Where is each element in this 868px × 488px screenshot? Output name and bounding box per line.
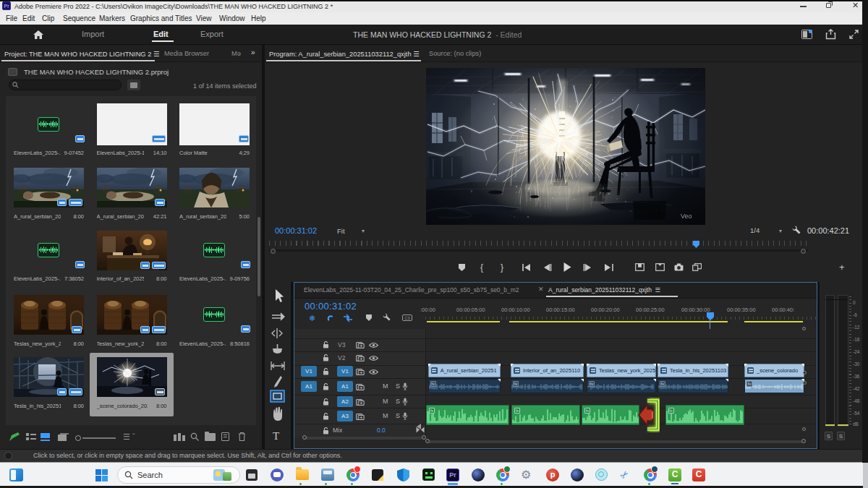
svg-text:Veo: Veo <box>681 213 692 220</box>
svg-text:T: T <box>273 430 279 442</box>
